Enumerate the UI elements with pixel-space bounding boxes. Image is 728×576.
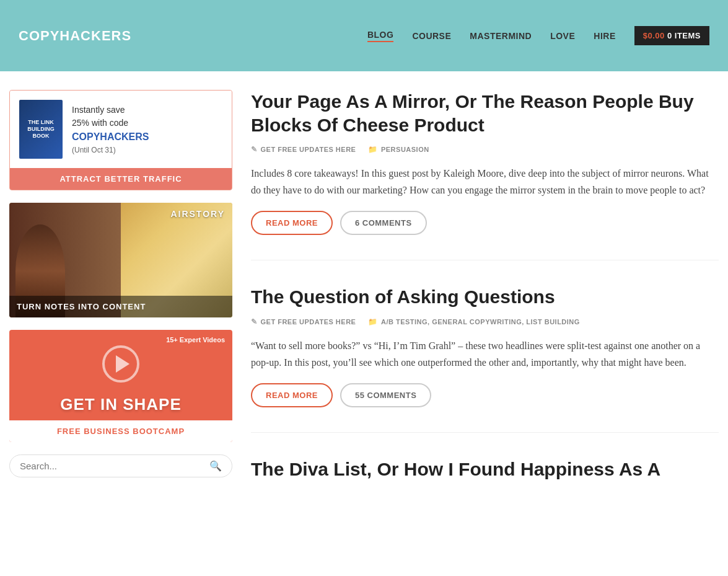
- search-icon: 🔍: [209, 460, 222, 472]
- main-content: Your Page As A Mirror, Or The Reason Peo…: [251, 90, 719, 506]
- banner-book-discount: 25% with code: [72, 117, 149, 130]
- banner-book-footer: ATTRACT BETTER TRAFFIC: [10, 168, 232, 190]
- folder-icon-1: 📁: [368, 145, 378, 154]
- airstory-brand: AIRSTORY: [9, 203, 232, 219]
- edit-icon-2: ✎: [251, 317, 258, 326]
- site-header: COPYHACKERS BLOG COURSE MASTERMIND LOVE …: [0, 0, 728, 71]
- airstory-overlay: AIRSTORY TURN NOTES INTO CONTENT: [9, 203, 232, 317]
- nav-course[interactable]: COURSE: [412, 31, 451, 41]
- play-icon: [116, 355, 129, 373]
- banner-airstory[interactable]: AIRSTORY TURN NOTES INTO CONTENT: [9, 203, 232, 317]
- post-meta-category-1: 📁 PERSUASION: [368, 145, 429, 154]
- banner-shape-content: GET IN SHAPE: [9, 389, 232, 420]
- main-nav: BLOG COURSE MASTERMIND LOVE HIRE $0.00 0…: [367, 26, 709, 45]
- nav-mastermind[interactable]: MASTERMIND: [470, 31, 532, 41]
- shape-badge: 15+ Expert Videos: [166, 336, 225, 343]
- banner-book-text: Instantly save 25% with code COPYHACKERS…: [72, 104, 149, 156]
- post-excerpt-2: “Want to sell more books?” vs “Hi, I’m T…: [251, 337, 719, 371]
- post-actions-2: READ MORE 55 COMMENTS: [251, 383, 719, 407]
- read-more-button-2[interactable]: READ MORE: [251, 383, 333, 407]
- banner-book-top: THE LINK BUILDING BOOK Instantly save 25…: [10, 91, 232, 168]
- banner-shape-footer: FREE BUSINESS BOOTCAMP: [9, 420, 232, 442]
- search-box: 🔍: [9, 454, 232, 477]
- get-in-shape-text: GET IN SHAPE: [19, 395, 223, 414]
- post-article-3: The Diva List, Or How I Found Happiness …: [251, 458, 719, 506]
- post-title-3: The Diva List, Or How I Found Happiness …: [251, 458, 719, 481]
- post-title-1[interactable]: Your Page As A Mirror, Or The Reason Peo…: [251, 90, 719, 136]
- read-more-button-1[interactable]: READ MORE: [251, 211, 333, 235]
- cart-items: 0 ITEMS: [667, 31, 701, 40]
- banner-shape-top: 15+ Expert Videos: [9, 330, 232, 389]
- post-excerpt-1: Includes 8 core takeaways! In this guest…: [251, 165, 719, 198]
- page-body: THE LINK BUILDING BOOK Instantly save 25…: [0, 71, 728, 525]
- comments-button-1[interactable]: 6 COMMENTS: [340, 211, 427, 235]
- airstory-tagline: TURN NOTES INTO CONTENT: [9, 296, 232, 317]
- post-meta-1: ✎ GET FREE UPDATES HERE 📁 PERSUASION: [251, 145, 719, 154]
- banner-book-code: COPYHACKERS: [72, 130, 149, 144]
- nav-love[interactable]: LOVE: [550, 31, 575, 41]
- cart-price: $0.00: [643, 31, 665, 40]
- site-logo[interactable]: COPYHACKERS: [19, 28, 131, 44]
- book-cover-title: THE LINK BUILDING BOOK: [22, 119, 59, 139]
- sidebar: THE LINK BUILDING BOOK Instantly save 25…: [9, 90, 232, 506]
- comments-button-2[interactable]: 55 COMMENTS: [340, 383, 431, 407]
- banner-book-until: (Until Oct 31): [72, 144, 149, 156]
- banner-book-save: Instantly save: [72, 104, 149, 117]
- nav-hire[interactable]: HIRE: [594, 31, 615, 41]
- post-meta-2: ✎ GET FREE UPDATES HERE 📁 A/B TESTING, G…: [251, 317, 719, 326]
- folder-icon-2: 📁: [368, 317, 378, 326]
- edit-icon-1: ✎: [251, 145, 258, 154]
- post-title-2[interactable]: The Question of Asking Questions: [251, 285, 719, 309]
- post-meta-category-2: 📁 A/B TESTING, GENERAL COPYWRITING, LIST…: [368, 317, 579, 326]
- banner-book[interactable]: THE LINK BUILDING BOOK Instantly save 25…: [9, 90, 232, 190]
- post-actions-1: READ MORE 6 COMMENTS: [251, 211, 719, 235]
- play-button[interactable]: [102, 345, 139, 383]
- book-cover: THE LINK BUILDING BOOK: [19, 100, 63, 159]
- banner-shape[interactable]: 15+ Expert Videos GET IN SHAPE FREE BUSI…: [9, 330, 232, 442]
- post-meta-updates-2: ✎ GET FREE UPDATES HERE: [251, 317, 356, 326]
- search-input[interactable]: [20, 461, 204, 471]
- post-meta-updates-1: ✎ GET FREE UPDATES HERE: [251, 145, 356, 154]
- nav-blog[interactable]: BLOG: [367, 30, 393, 42]
- post-article-2: The Question of Asking Questions ✎ GET F…: [251, 285, 719, 433]
- post-article-1: Your Page As A Mirror, Or The Reason Peo…: [251, 90, 719, 260]
- cart-button[interactable]: $0.00 0 ITEMS: [634, 26, 709, 45]
